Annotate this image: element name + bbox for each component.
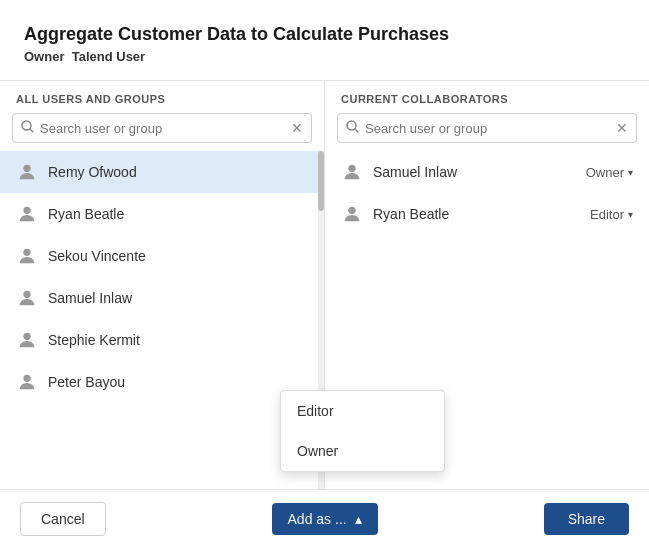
user-name-label: Stephie Kermit [48, 332, 308, 348]
list-item[interactable]: Samuel Inlaw [0, 277, 324, 319]
add-as-chevron-icon: ▴ [355, 511, 362, 527]
user-avatar-icon [16, 329, 38, 351]
svg-point-4 [23, 249, 30, 256]
user-avatar-icon [16, 371, 38, 393]
user-name-label: Sekou Vincente [48, 248, 308, 264]
list-item[interactable]: Ryan Beatle [0, 193, 324, 235]
left-search-clear-icon[interactable]: ✕ [291, 121, 303, 135]
user-avatar-icon [16, 245, 38, 267]
svg-point-5 [23, 291, 30, 298]
modal-title: Aggregate Customer Data to Calculate Pur… [24, 24, 625, 45]
list-item[interactable]: Peter Bayou [0, 361, 324, 403]
owner-name: Talend User [72, 49, 145, 64]
svg-point-10 [348, 165, 355, 172]
role-dropdown: Editor Owner [280, 390, 445, 472]
list-item[interactable]: Sekou Vincente [0, 235, 324, 277]
svg-point-7 [23, 375, 30, 382]
svg-line-1 [30, 129, 33, 132]
modal-footer: Cancel Add as ... ▴ Share [0, 489, 649, 548]
collaborator-role-label[interactable]: Owner ▾ [586, 165, 633, 180]
user-name-label: Peter Bayou [48, 374, 308, 390]
cancel-button[interactable]: Cancel [20, 502, 106, 536]
user-avatar-icon [16, 161, 38, 183]
left-panel: ALL USERS AND GROUPS ✕ Remy Ofwood Ryan … [0, 81, 325, 489]
right-search-clear-icon[interactable]: ✕ [616, 121, 628, 135]
left-search-input[interactable] [40, 121, 291, 136]
list-item[interactable]: Samuel Inlaw Owner ▾ [325, 151, 649, 193]
modal-header: Aggregate Customer Data to Calculate Pur… [0, 0, 649, 81]
right-search-input[interactable] [365, 121, 616, 136]
left-user-list: Remy Ofwood Ryan Beatle Sekou Vincente S… [0, 151, 324, 489]
left-scrollbar-thumb[interactable] [318, 151, 324, 211]
role-chevron-icon: ▾ [628, 209, 633, 220]
collaborator-name-label: Samuel Inlaw [373, 164, 586, 180]
right-search-box[interactable]: ✕ [337, 113, 637, 143]
role-chevron-icon: ▾ [628, 167, 633, 178]
modal-container: Aggregate Customer Data to Calculate Pur… [0, 0, 649, 548]
left-panel-heading: ALL USERS AND GROUPS [0, 81, 324, 113]
user-avatar-icon [16, 287, 38, 309]
user-name-label: Samuel Inlaw [48, 290, 308, 306]
user-avatar-icon [16, 203, 38, 225]
svg-point-11 [348, 207, 355, 214]
left-search-icon [21, 120, 34, 136]
dropdown-item-editor[interactable]: Editor [281, 391, 444, 431]
add-as-label: Add as ... [288, 511, 347, 527]
svg-line-9 [355, 129, 358, 132]
user-name-label: Remy Ofwood [48, 164, 308, 180]
svg-point-3 [23, 207, 30, 214]
add-as-button[interactable]: Add as ... ▴ [272, 503, 378, 535]
svg-point-6 [23, 333, 30, 340]
user-name-label: Ryan Beatle [48, 206, 308, 222]
owner-label-prefix: Owner [24, 49, 64, 64]
share-button[interactable]: Share [544, 503, 629, 535]
dropdown-item-owner[interactable]: Owner [281, 431, 444, 471]
collaborator-role-label[interactable]: Editor ▾ [590, 207, 633, 222]
modal-subtitle: Owner Talend User [24, 49, 625, 64]
list-item[interactable]: Ryan Beatle Editor ▾ [325, 193, 649, 235]
left-search-box[interactable]: ✕ [12, 113, 312, 143]
collaborator-name-label: Ryan Beatle [373, 206, 590, 222]
user-avatar-icon [341, 203, 363, 225]
list-item[interactable]: Stephie Kermit [0, 319, 324, 361]
list-item[interactable]: Remy Ofwood [0, 151, 324, 193]
right-search-icon [346, 120, 359, 136]
right-panel-heading: CURRENT COLLABORATORS [325, 81, 649, 113]
svg-point-2 [23, 165, 30, 172]
user-avatar-icon [341, 161, 363, 183]
